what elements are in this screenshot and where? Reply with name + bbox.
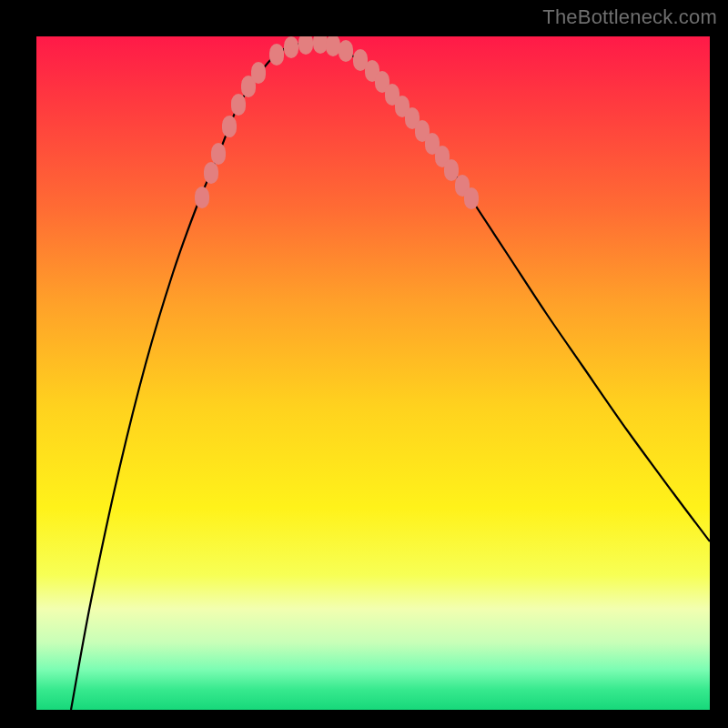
marker-dot (251, 62, 266, 84)
curve-path (71, 43, 710, 710)
marker-dot (204, 162, 218, 184)
curve-line (71, 43, 710, 710)
marker-dot (313, 36, 328, 54)
marker-dot (231, 94, 246, 116)
chart-frame: TheBottleneck.com (0, 0, 728, 728)
marker-dot (464, 187, 479, 209)
marker-dot (284, 36, 298, 58)
marker-dot (269, 44, 284, 66)
marker-points (195, 36, 479, 209)
marker-dot (222, 116, 237, 137)
chart-svg (36, 36, 710, 710)
marker-dot (444, 159, 459, 181)
marker-dot (339, 40, 353, 62)
marker-dot (195, 187, 209, 208)
marker-dot (326, 36, 340, 56)
watermark-text: TheBottleneck.com (542, 5, 717, 29)
marker-dot (211, 143, 226, 165)
marker-dot (298, 36, 313, 55)
plot-area (36, 36, 710, 710)
